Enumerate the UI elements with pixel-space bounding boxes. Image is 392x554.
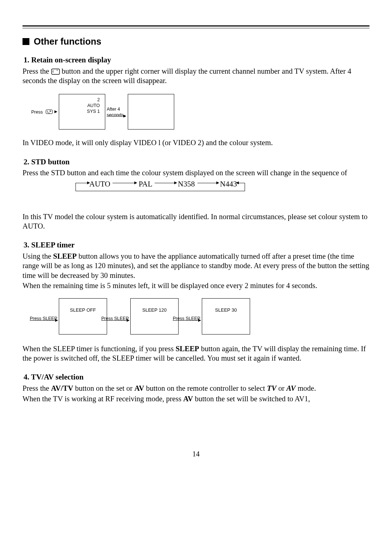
display-button-small-icon: + <box>46 110 53 114</box>
osd-line-ch: 2 <box>59 97 100 103</box>
osd-content: 2 AUTO SYS 1 <box>59 97 100 114</box>
osd-line-sys: SYS 1 <box>59 109 100 115</box>
osd-diagram: Press + 2 AUTO SYS 1 After 4 seconds <box>23 93 369 131</box>
tvav-para2: When the TV is working at RF receiving m… <box>23 394 369 403</box>
std-seq-pal: PAL <box>139 179 152 189</box>
sleep-box-30: SLEEP 30 <box>202 298 250 335</box>
section-title: Other functions <box>34 36 101 47</box>
std-para2: In this TV model the colour system is au… <box>23 212 369 231</box>
std-sequence-diagram: AUTO PAL N358 N443 <box>54 181 228 197</box>
double-rule <box>23 25 369 28</box>
osd-box-1: 2 AUTO SYS 1 <box>59 94 105 130</box>
sleep-para1c: When the remaining time is 5 minutes lef… <box>23 281 369 290</box>
sleep-box-120: SLEEP 120 <box>130 298 179 335</box>
sleep-para2: When the SLEEP timer is functioning, if … <box>23 344 369 363</box>
osd-line-auto: AUTO <box>59 103 100 109</box>
std-seq-n358: N358 <box>178 179 195 189</box>
tvav-para1: Press the AV/TV button on the set or AV … <box>23 383 369 393</box>
retain-osd-para2: In VIDEO mode, it will only display VIDE… <box>23 138 369 147</box>
display-button-icon: + <box>51 69 60 75</box>
std-para1: Press the STD button and each time the c… <box>23 168 369 177</box>
retain-para1-pre: Press the <box>23 67 51 75</box>
osd-box-2-empty <box>128 94 174 130</box>
std-seq-auto: AUTO <box>89 179 110 189</box>
heading-sleep-timer: 3. SLEEP timer <box>24 240 369 250</box>
retain-para1-post: button and the upper right corner will d… <box>23 67 351 85</box>
sleep-diagram: Press SLEEP SLEEP OFF Press SLEEP SLEEP … <box>23 297 369 337</box>
heading-retain-osd: 1. Retain on-screen display <box>24 55 369 65</box>
heading-tv-av-selection: 4. TV/AV selection <box>24 372 369 382</box>
press-label: Press <box>31 109 43 115</box>
sleep-para1: Using the SLEEP button allows you to hav… <box>23 251 369 280</box>
svg-text:+: + <box>56 69 58 72</box>
retain-osd-para1: Press the + button and the upper right c… <box>23 66 369 85</box>
page-number: 14 <box>0 450 392 459</box>
arrow-to-box1-icon <box>54 110 57 113</box>
std-seq-n443: N443 <box>220 179 237 189</box>
arrow-to-box2-icon <box>123 115 126 118</box>
sleep-box-off: SLEEP OFF <box>59 298 107 335</box>
heading-std-button: 2. STD button <box>24 157 369 167</box>
section-heading-row: Other functions <box>23 36 369 47</box>
black-square-icon <box>23 38 29 45</box>
